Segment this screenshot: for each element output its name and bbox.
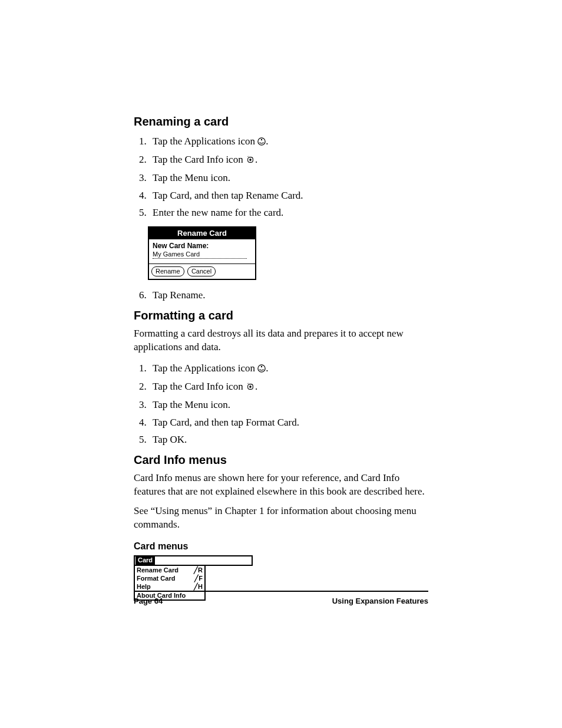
- step-text: Tap the Menu icon.: [153, 399, 230, 410]
- formatting-steps-list: Tap the Applications icon . Tap the Card…: [134, 360, 428, 447]
- menu-item-help[interactable]: Help ╱H: [135, 582, 204, 591]
- footer-page-number: Page 64: [134, 597, 163, 605]
- applications-icon: [257, 134, 266, 150]
- card-info-menus-p1: Card Info menus are shown here for your …: [134, 472, 428, 499]
- list-item: Tap OK.: [149, 431, 428, 447]
- new-card-name-input[interactable]: [153, 251, 247, 259]
- step-text: Tap Rename.: [153, 289, 205, 301]
- step-text: Tap Card, and then tap Format Card.: [153, 417, 299, 428]
- list-item: Tap the Menu icon.: [149, 397, 428, 413]
- card-info-menus-p2: See “Using menus” in Chapter 1 for infor…: [134, 505, 428, 532]
- list-item: Enter the new name for the card.: [149, 205, 428, 220]
- applications-icon: [257, 361, 266, 377]
- footer-rule: [134, 591, 428, 592]
- footer-chapter-title: Using Expansion Features: [332, 597, 428, 605]
- document-page: Renaming a card Tap the Applications ico…: [0, 0, 562, 728]
- step-text: Tap Card, and then tap Rename Card.: [153, 190, 303, 201]
- heading-formatting-a-card: Formatting a card: [134, 309, 428, 322]
- period: .: [255, 381, 257, 392]
- list-item: Tap Card, and then tap Rename Card.: [149, 187, 428, 203]
- heading-card-info-menus: Card Info menus: [134, 453, 428, 467]
- menu-item-shortcut: ╱R: [194, 566, 203, 574]
- new-card-name-label: New Card Name:: [153, 242, 252, 250]
- list-item: Tap the Applications icon .: [149, 360, 428, 377]
- list-item: Tap Rename.: [149, 287, 428, 303]
- step-text: Tap OK.: [153, 434, 187, 445]
- menu-item-shortcut: ╱F: [194, 574, 203, 582]
- menu-item-shortcut: ╱H: [194, 582, 203, 591]
- svg-point-0: [258, 138, 265, 145]
- menu-item-label: Help: [137, 582, 151, 591]
- list-item: Tap the Card Info icon .: [149, 378, 428, 396]
- step-text: Tap the Card Info icon: [153, 381, 246, 392]
- subheading-card-menus: Card menus: [134, 541, 428, 552]
- cancel-button[interactable]: Cancel: [187, 266, 216, 276]
- step-text: Tap the Menu icon.: [153, 172, 230, 183]
- svg-point-1: [261, 139, 262, 140]
- list-item: Tap the Card Info icon .: [149, 151, 428, 169]
- rename-button[interactable]: Rename: [151, 266, 184, 276]
- step-text: Tap the Applications icon: [153, 136, 257, 147]
- svg-point-4: [261, 366, 262, 367]
- step-text: Tap the Applications icon: [153, 363, 257, 374]
- card-info-icon: [246, 153, 255, 169]
- rename-card-dialog: Rename Card New Card Name: Rename Cancel: [148, 226, 256, 280]
- renaming-steps-list-a: Tap the Applications icon . Tap the Card…: [134, 133, 428, 220]
- heading-renaming-a-card: Renaming a card: [134, 115, 428, 129]
- dialog-body: New Card Name:: [149, 239, 255, 263]
- formatting-intro: Formatting a card destroys all its data …: [134, 327, 428, 354]
- page-content: Renaming a card Tap the Applications ico…: [134, 115, 428, 601]
- period: .: [266, 363, 268, 374]
- menu-item-label: Format Card: [137, 574, 175, 582]
- renaming-steps-list-b: Tap Rename.: [134, 287, 428, 303]
- step-text: Tap the Card Info icon: [153, 154, 246, 165]
- list-item: Tap Card, and then tap Format Card.: [149, 414, 428, 430]
- card-info-icon: [246, 380, 255, 396]
- list-item: Tap the Menu icon.: [149, 170, 428, 186]
- period: .: [255, 154, 257, 165]
- menu-item-format-card[interactable]: Format Card ╱F: [135, 574, 204, 582]
- menu-item-label: Rename Card: [137, 566, 178, 574]
- dialog-button-row: Rename Cancel: [149, 263, 255, 279]
- menu-bar: Card: [134, 555, 253, 566]
- step-text: Enter the new name for the card.: [153, 207, 283, 218]
- dialog-title: Rename Card: [149, 228, 255, 239]
- menu-item-rename-card[interactable]: Rename Card ╱R: [135, 566, 204, 574]
- page-footer: Page 64 Using Expansion Features: [134, 591, 428, 605]
- list-item: Tap the Applications icon .: [149, 133, 428, 150]
- period: .: [266, 136, 268, 147]
- menu-bar-tab-card[interactable]: Card: [135, 556, 155, 565]
